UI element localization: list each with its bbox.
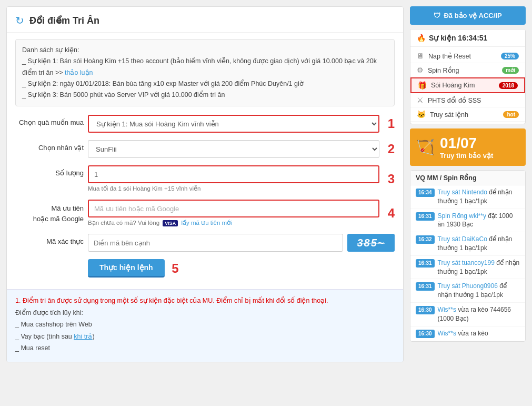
event-label-phts: PHTS đổi đồ SSS bbox=[428, 96, 519, 104]
notes-item-2: _ Vay bạc (tính sau khi trả) bbox=[15, 331, 395, 343]
gift-control: Sự kiện 1: Mua sói Hoàng Kim vĩnh viễn S… bbox=[88, 115, 379, 133]
gift-label: Chọn quà muốn mua bbox=[15, 115, 84, 126]
activity-time-2: 16:32 bbox=[416, 235, 435, 244]
captcha-control: 385~ bbox=[88, 234, 395, 252]
activity-time-1: 16:31 bbox=[416, 212, 435, 221]
captcha-row: Mã xác thực 385~ bbox=[15, 234, 395, 252]
fire-icon: 🔥 bbox=[417, 34, 426, 42]
qty-row: Số lượng Mua tối đa 1 sói Hoàng Kim +15 … bbox=[15, 165, 395, 192]
captcha-label: Mã xác thực bbox=[15, 234, 84, 245]
event-label-spin: Spin Rồng bbox=[428, 66, 498, 74]
activity-text-5: Wis**s vừa ra kèo 744656 (1000 Bạc) bbox=[438, 305, 520, 323]
activity-item-6: 16:30 Wis**s vừa ra kèo bbox=[410, 326, 525, 341]
activity-item-3: 16:31 Truy sát tuancoy199 để nhận thưởng… bbox=[410, 256, 525, 280]
activity-box: VQ MM / Spin Rồng 16:34 Truy sát Nintend… bbox=[410, 170, 526, 342]
page-header: ↻ Đổi điểm Tri Ân bbox=[7, 7, 403, 33]
event-item-nap-the[interactable]: 🖥 Nap thẻ Reset 25% bbox=[410, 49, 525, 63]
info-event-2: _ Sự kiện 2: ngày 01/01/2018: Bán bùa tă… bbox=[22, 78, 388, 90]
treasure-box[interactable]: 🏹 01/07 Truy tìm bảo vật bbox=[410, 128, 526, 166]
step-1: 1 bbox=[388, 116, 395, 131]
treasure-icon: 🏹 bbox=[416, 138, 435, 156]
captcha-image: 385~ bbox=[347, 234, 395, 252]
visa-badge: VISA bbox=[163, 220, 178, 226]
event-item-spin[interactable]: ⚙ Spin Rồng mới bbox=[410, 63, 525, 77]
coupon-label: Mã ưu tiênhoặc mã Google bbox=[15, 200, 84, 224]
coupon-hint-link[interactable]: lấy mã ưu tiên mới bbox=[181, 220, 232, 226]
activity-item-2: 16:32 Truy sát DaiKaCo để nhận thưởng 1 … bbox=[410, 232, 525, 256]
activity-link-2[interactable]: Truy sát DaiKaCo bbox=[438, 235, 487, 243]
activity-time-5: 16:30 bbox=[416, 306, 435, 314]
qty-control: Mua tối đa 1 sói Hoàng Kim +15 vĩnh viễn bbox=[88, 165, 379, 192]
activity-header: VQ MM / Spin Rồng bbox=[410, 171, 525, 185]
notes-link[interactable]: khi trả bbox=[74, 333, 92, 340]
activity-item-0: 16:34 Truy sát Nintendo để nhận thưởng 1… bbox=[410, 185, 525, 209]
event-icon-phts: ⚔ bbox=[417, 96, 424, 104]
activity-link-6[interactable]: Wis**s bbox=[438, 330, 456, 337]
treasure-label: Truy tìm bảo vật bbox=[440, 152, 493, 160]
event-item-soi[interactable]: 🎁 Sói Hoàng Kim 2018 bbox=[410, 77, 525, 93]
shield-icon: 🛡 bbox=[434, 12, 440, 19]
activity-link-4[interactable]: Truy sát Phuong0906 bbox=[438, 282, 498, 290]
treasure-number: 01/07 bbox=[440, 135, 493, 152]
submit-button[interactable]: Thực hiện lệnh bbox=[88, 259, 165, 278]
activity-item-5: 16:30 Wis**s vừa ra kèo 744656 (1000 Bạc… bbox=[410, 303, 525, 326]
activity-text-0: Truy sát Nintendo để nhận thưởng 1 bạc/1… bbox=[438, 188, 520, 206]
protected-label: Đã bảo vệ ACC/IP bbox=[444, 12, 501, 19]
event-badge-spin: mới bbox=[502, 67, 519, 74]
event-label-truysat: Truy sát lệnh bbox=[430, 111, 499, 118]
event-icon-truysat: 🐱 bbox=[417, 110, 426, 118]
activity-time-4: 16:31 bbox=[416, 282, 435, 291]
info-box: Danh sách sự kiện: _ Sự kiện 1: Bán sói … bbox=[15, 39, 395, 106]
event-icon-soi: 🎁 bbox=[418, 81, 427, 90]
main-panel: ↻ Đổi điểm Tri Ân Danh sách sự kiện: _ S… bbox=[6, 6, 404, 362]
notes-item-1: _ Mua cashshop trên Web bbox=[15, 319, 395, 331]
step-2: 2 bbox=[388, 142, 395, 156]
events-header: 🔥 Sự kiện 16:34:51 bbox=[410, 29, 525, 47]
treasure-info: 01/07 Truy tìm bảo vật bbox=[440, 135, 493, 160]
step-4: 4 bbox=[388, 206, 395, 221]
char-row: Chọn nhân vật SunFlii 2 bbox=[15, 140, 395, 158]
sidebar: 🛡 Đã bảo vệ ACC/IP 🔥 Sự kiện 16:34:51 🖥 … bbox=[410, 6, 526, 362]
event-item-phts[interactable]: ⚔ PHTS đổi đồ SSS bbox=[410, 93, 525, 107]
captcha-input[interactable] bbox=[88, 234, 343, 252]
notes-line2: Điểm được tích lũy khi: bbox=[15, 307, 395, 319]
activity-text-1: Spin Rồng wki**y đặt 1000 ăn 1930 Bạc bbox=[438, 212, 520, 230]
events-title: Sự kiện 16:34:51 bbox=[429, 34, 487, 42]
activity-link-1[interactable]: Spin Rồng wki**y bbox=[438, 212, 486, 220]
qty-input[interactable] bbox=[88, 165, 379, 183]
activity-text-3: Truy sát tuancoy199 để nhận thưởng 1 bạc… bbox=[438, 259, 520, 276]
notes-line1: 1. Điểm tri ân được sử dụng trong một số… bbox=[15, 295, 395, 307]
event-badge-truysat: hot bbox=[503, 111, 519, 118]
char-select[interactable]: SunFlii bbox=[88, 140, 379, 158]
info-events-label: Danh sách sự kiện: bbox=[22, 45, 388, 56]
activity-link-0[interactable]: Truy sát Nintendo bbox=[438, 189, 487, 196]
refresh-icon[interactable]: ↻ bbox=[15, 14, 24, 27]
event1-link[interactable]: thảo luận bbox=[65, 69, 93, 76]
activity-link-5[interactable]: Wis**s bbox=[438, 306, 456, 313]
event-item-truysat[interactable]: 🐱 Truy sát lệnh hot bbox=[410, 107, 525, 122]
activity-time-3: 16:31 bbox=[416, 259, 435, 268]
coupon-hint: Bạn chưa có mã? Vui lòng VISA lấy mã ưu … bbox=[88, 219, 379, 226]
activity-text-4: Truy sát Phuong0906 để nhận thưởng 1 bạc… bbox=[438, 282, 520, 300]
gift-row: Chọn quà muốn mua Sự kiện 1: Mua sói Hoà… bbox=[15, 115, 395, 133]
gift-select[interactable]: Sự kiện 1: Mua sói Hoàng Kim vĩnh viễn S… bbox=[88, 115, 379, 133]
submit-row: Thực hiện lệnh 5 bbox=[15, 259, 395, 283]
activity-time-0: 16:34 bbox=[416, 189, 435, 197]
activity-item-4: 16:31 Truy sát Phuong0906 để nhận thưởng… bbox=[410, 279, 525, 303]
char-label: Chọn nhân vật bbox=[15, 140, 84, 152]
coupon-input[interactable] bbox=[88, 200, 379, 217]
step-3: 3 bbox=[388, 172, 395, 186]
coupon-hint-text: Bạn chưa có mã? Vui lòng bbox=[88, 220, 159, 226]
event-badge-nap: 25% bbox=[501, 53, 519, 60]
notes-box: 1. Điểm tri ân được sử dụng trong một số… bbox=[7, 289, 403, 362]
event-list: 🖥 Nap thẻ Reset 25% ⚙ Spin Rồng mới 🎁 Só… bbox=[410, 47, 525, 124]
char-control: SunFlii bbox=[88, 140, 379, 158]
activity-text-2: Truy sát DaiKaCo để nhận thưởng 1 bạc/1p… bbox=[438, 235, 520, 253]
step-5: 5 bbox=[172, 261, 178, 276]
qty-hint: Mua tối đa 1 sói Hoàng Kim +15 vĩnh viễn bbox=[88, 185, 379, 192]
protected-button[interactable]: 🛡 Đã bảo vệ ACC/IP bbox=[410, 6, 526, 25]
activity-text-6: Wis**s vừa ra kèo bbox=[438, 329, 520, 338]
activity-link-3[interactable]: Truy sát tuancoy199 bbox=[438, 259, 495, 266]
coupon-row: Mã ưu tiênhoặc mã Google Bạn chưa có mã?… bbox=[15, 200, 395, 226]
coupon-control: Bạn chưa có mã? Vui lòng VISA lấy mã ưu … bbox=[88, 200, 379, 226]
